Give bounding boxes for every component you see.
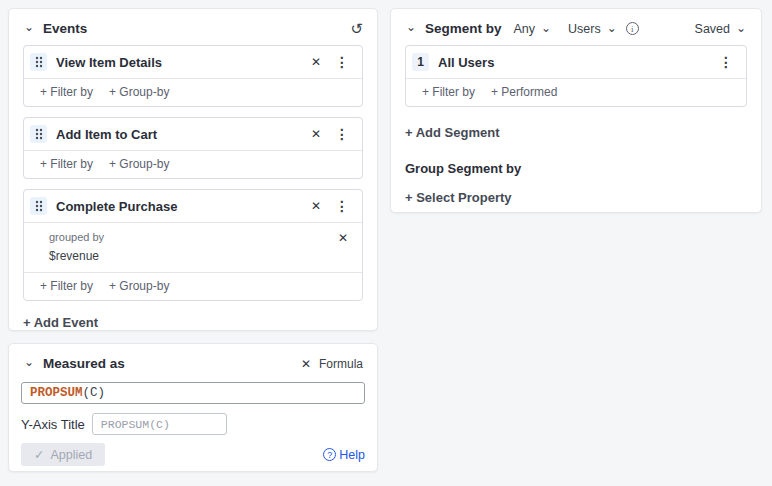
events-panel-header: ⌄ Events ↺ (9, 9, 377, 45)
applied-button[interactable]: ✓ Applied (21, 443, 105, 466)
applied-button-label: Applied (50, 448, 92, 462)
event-title[interactable]: Complete Purchase (56, 199, 177, 214)
event-card-header: Add Item to Cart ✕ ⋮ (24, 118, 362, 150)
events-panel-title: Events (43, 21, 87, 36)
question-circle-icon: ? (323, 448, 336, 461)
add-event-button[interactable]: + Add Event (23, 315, 98, 330)
close-icon[interactable]: ✕ (299, 357, 313, 371)
event-title[interactable]: Add Item to Cart (56, 127, 157, 142)
segment-card: 1 All Users ⋮ + Filter by + Performed (405, 45, 747, 107)
formula-mode-toggle[interactable]: ✕ Formula (299, 357, 363, 371)
event-more-options-button[interactable]: ⋮ (332, 127, 352, 141)
segment-panel-title: Segment by (425, 21, 502, 36)
collapse-chevron-icon[interactable]: ⌄ (405, 23, 417, 31)
measured-panel-title: Measured as (43, 356, 125, 371)
segment-more-options-button[interactable]: ⋮ (716, 55, 736, 69)
measured-bottom-row: ✓ Applied ? Help (21, 443, 365, 466)
event-card-footer: + Filter by + Group-by (24, 78, 362, 106)
event-card: View Item Details ✕ ⋮ + Filter by + Grou… (23, 45, 363, 107)
filter-by-button[interactable]: + Filter by (40, 157, 93, 171)
history-icon[interactable]: ↺ (350, 22, 363, 36)
remove-grouped-by-button[interactable]: ✕ (336, 231, 350, 245)
help-link-label: Help (339, 448, 365, 462)
y-axis-title-input[interactable] (92, 413, 227, 435)
event-card-header: View Item Details ✕ ⋮ (24, 46, 362, 78)
group-by-button[interactable]: + Group-by (109, 85, 169, 99)
chevron-down-icon: ⌄ (735, 24, 747, 32)
group-by-button[interactable]: + Group-by (109, 157, 169, 171)
remove-event-button[interactable]: ✕ (309, 199, 323, 213)
remove-event-button[interactable]: ✕ (309, 55, 323, 69)
y-axis-title-label: Y-Axis Title (21, 417, 85, 432)
event-card: Complete Purchase ✕ ⋮ grouped by $revenu… (23, 189, 363, 301)
chevron-down-icon: ⌄ (540, 24, 552, 32)
segment-card-header: 1 All Users ⋮ (406, 46, 746, 78)
group-by-button[interactable]: + Group-by (109, 279, 169, 293)
saved-dropdown[interactable]: Saved ⌄ (695, 22, 747, 36)
filter-by-button[interactable]: + Filter by (40, 279, 93, 293)
segment-card-footer: + Filter by + Performed (406, 78, 746, 106)
measured-panel-header: ⌄ Measured as ✕ Formula (9, 344, 377, 380)
group-segment-by-heading: Group Segment by (405, 161, 761, 176)
segment-index-badge: 1 (412, 53, 429, 71)
select-property-button[interactable]: + Select Property (405, 190, 512, 205)
event-more-options-button[interactable]: ⋮ (332, 55, 352, 69)
event-card-footer: + Filter by + Group-by (24, 150, 362, 178)
segment-by-panel: ⌄ Segment by Any ⌄ Users ⌄ i Saved ⌄ 1 A… (390, 8, 762, 213)
segment-panel-header: ⌄ Segment by Any ⌄ Users ⌄ i Saved ⌄ (391, 9, 761, 45)
event-card-footer: + Filter by + Group-by (24, 272, 362, 300)
remove-event-button[interactable]: ✕ (309, 127, 323, 141)
grouped-by-label: grouped by (49, 231, 350, 243)
drag-handle-icon[interactable] (30, 197, 47, 215)
filter-by-button[interactable]: + Filter by (422, 85, 475, 99)
users-dropdown[interactable]: Users ⌄ (568, 22, 618, 36)
performed-button[interactable]: + Performed (491, 85, 557, 99)
segment-title[interactable]: All Users (438, 55, 494, 70)
match-any-dropdown[interactable]: Any ⌄ (514, 22, 553, 36)
event-card: Add Item to Cart ✕ ⋮ + Filter by + Group… (23, 117, 363, 179)
y-axis-title-row: Y-Axis Title (21, 413, 365, 435)
event-card-header: Complete Purchase ✕ ⋮ (24, 190, 362, 222)
measured-as-panel: ⌄ Measured as ✕ Formula PROPSUM(C) Y-Axi… (8, 343, 378, 472)
help-link[interactable]: ? Help (323, 448, 365, 462)
add-segment-button[interactable]: + Add Segment (405, 125, 500, 140)
saved-dropdown-label: Saved (695, 22, 730, 36)
event-title[interactable]: View Item Details (56, 55, 162, 70)
collapse-chevron-icon[interactable]: ⌄ (23, 358, 35, 366)
users-dropdown-label: Users (568, 22, 601, 36)
formula-function-text: PROPSUM (30, 386, 83, 400)
drag-handle-icon[interactable] (30, 125, 47, 143)
events-panel: ⌄ Events ↺ View Item Details ✕ ⋮ + Filte… (8, 8, 378, 331)
event-more-options-button[interactable]: ⋮ (332, 199, 352, 213)
drag-handle-icon[interactable] (30, 53, 47, 71)
grouped-by-block: grouped by $revenue ✕ (24, 222, 362, 272)
formula-input[interactable]: PROPSUM(C) (21, 382, 365, 404)
collapse-chevron-icon[interactable]: ⌄ (23, 23, 35, 31)
grouped-by-property[interactable]: $revenue (49, 249, 350, 263)
info-icon[interactable]: i (626, 22, 639, 35)
match-any-dropdown-label: Any (514, 22, 536, 36)
check-icon: ✓ (34, 447, 44, 462)
formula-mode-label: Formula (319, 357, 363, 371)
formula-args-text: (C) (83, 386, 106, 400)
filter-by-button[interactable]: + Filter by (40, 85, 93, 99)
chevron-down-icon: ⌄ (606, 24, 618, 32)
